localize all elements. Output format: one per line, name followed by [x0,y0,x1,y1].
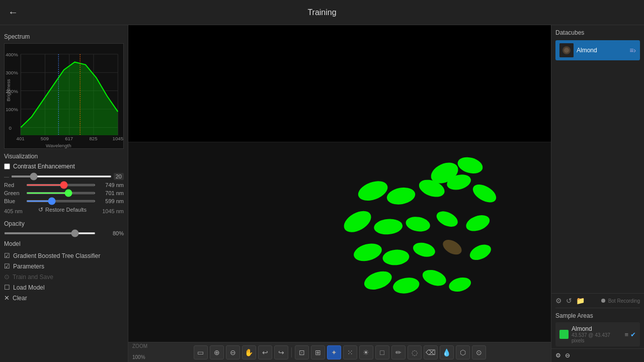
svg-text:100%: 100% [6,107,18,112]
svg-text:400%: 400% [6,52,18,57]
target-button[interactable]: ⊙ [472,345,486,359]
blue-slider-row: Blue 599 nm [4,198,124,204]
blue-slider[interactable] [26,200,96,202]
datacube-almond[interactable]: Almond ≡› [555,40,640,60]
classifier-label: Gradient Boosted Tree Classifier [13,252,100,259]
clear-label: Clear [13,295,27,302]
red-value: 749 nm [99,182,124,188]
svg-text:401: 401 [17,136,25,142]
svg-point-44 [392,276,421,295]
contrast-enhancement-checkbox[interactable] [4,163,10,169]
contrast-slider-row: — 20 [4,173,124,180]
footer-settings-icon[interactable]: ⚙ [555,352,561,359]
sample-almond[interactable]: Almond 43.537 @ 43.437 pixels ≡ ✔ [555,322,640,346]
svg-text:509: 509 [41,136,49,142]
image-area[interactable] [128,25,551,342]
bottom-toolbar: ZOOM 100% ▭ ⊕ ⊖ ✋ ↩ ↪ ⊡ ⊞ ✦ ⁙ ☀ □ ✏ ◌ ⌫ … [128,342,551,362]
svg-point-37 [464,212,492,234]
contrast-enhancement-row: Contrast Enhancement [4,163,124,170]
parameters-item[interactable]: ☑ Parameters [4,261,124,272]
page-title: Training [307,8,336,17]
sample-info: Almond 43.537 @ 43.437 pixels [572,325,621,343]
sample-menu-icon[interactable]: ≡ [624,331,628,338]
red-slider[interactable] [26,184,96,186]
load-model-label: Load Model [13,284,45,291]
green-slider[interactable] [26,192,96,194]
zoom-in-button[interactable]: ⊕ [210,345,224,359]
datacube-thumbnail [559,43,574,57]
sample-areas-title: Sample Areas [551,308,644,322]
svg-point-34 [373,218,403,235]
svg-text:0: 0 [9,125,12,131]
spectrum-chart: 400% 300% 200% 100% 0 401 509 617 825 10… [4,43,124,149]
svg-point-33 [340,207,374,236]
folder-icon[interactable]: 📁 [576,297,585,305]
main-layout: Spectrum [0,25,644,362]
settings-icon[interactable]: ⚙ [555,297,562,305]
opacity-section: Opacity 80% [4,220,124,236]
eraser-button[interactable]: ⌫ [424,345,438,359]
recording-indicator [601,299,605,303]
model-section: Model ☑ Gradient Boosted Tree Classifier… [4,240,124,303]
svg-point-39 [382,249,410,266]
visualization-title: Visualization [4,153,124,160]
center-panel: ZOOM 100% ▭ ⊕ ⊖ ✋ ↩ ↪ ⊡ ⊞ ✦ ⁙ ☀ □ ✏ ◌ ⌫ … [128,25,551,362]
refresh-icon[interactable]: ↺ [566,297,572,305]
sample-check-icon[interactable]: ✔ [630,331,636,338]
svg-point-49 [564,48,569,53]
pan-button[interactable]: ✋ [242,345,256,359]
brightness-button[interactable]: ☀ [359,345,373,359]
parameters-label: Parameters [13,263,44,270]
zoom-label: ZOOM [132,343,147,349]
right-footer: ⚙ ⊖ [551,348,644,362]
load-model-icon: ☐ [4,284,10,291]
svg-point-43 [362,268,394,293]
brush-button[interactable]: ✏ [391,345,406,359]
contrast-slider[interactable] [11,175,112,177]
nm-min: 405 nm [4,208,23,214]
dropper-button[interactable]: 💧 [440,345,454,359]
datacubes-section: Datacubes Almond ≡› [551,25,644,66]
datacubes-spacer [551,66,644,293]
sample-name: Almond [572,325,621,332]
fill-button[interactable]: ⬡ [456,345,470,359]
clear-item[interactable]: ✕ Clear [4,293,124,303]
parameters-icon: ☑ [4,262,10,270]
datacube-name: Almond [577,47,626,54]
redo-button[interactable]: ↪ [274,345,288,359]
rect-select-button[interactable]: ▭ [194,345,208,359]
lasso-button[interactable]: ◌ [408,345,422,359]
svg-point-45 [420,267,448,289]
box-button[interactable]: □ [375,345,389,359]
red-label: Red [4,182,23,188]
move-button[interactable]: ⊞ [311,345,325,359]
back-button[interactable]: ← [8,7,18,18]
restore-defaults-button[interactable]: ↺ Restore Defaults [38,206,87,213]
svg-point-42 [467,241,494,263]
datacube-arrow-icon: ≡› [629,46,636,54]
svg-point-29 [385,186,417,207]
classifier-item[interactable]: ☑ Gradient Boosted Tree Classifier [4,250,124,261]
left-panel: Spectrum [0,25,128,362]
contrast-enhancement-label: Contrast Enhancement [13,163,75,170]
opacity-slider[interactable] [4,232,96,234]
green-label: Green [4,190,23,196]
green-slider-row: Green 701 nm [4,190,124,196]
zoom-percentage: 100% [132,354,145,360]
recording-label: Bot Recording [608,298,640,304]
crop-button[interactable]: ⊡ [295,345,309,359]
opacity-title: Opacity [4,220,124,227]
green-value: 701 nm [99,190,124,196]
right-panel: Datacubes Almond ≡› ⚙ ↺ 📁 [551,25,644,362]
svg-point-27 [456,155,485,176]
magic-select-button[interactable]: ✦ [327,345,341,359]
footer-minus-icon[interactable]: ⊖ [565,352,570,359]
scatter-button[interactable]: ⁙ [343,345,357,359]
svg-text:Wavelength: Wavelength [46,143,71,148]
load-model-item[interactable]: ☐ Load Model [4,282,124,293]
train-save-item[interactable]: ⊙ Train and Save [4,272,124,282]
undo-button[interactable]: ↩ [258,345,272,359]
zoom-out-button[interactable]: ⊖ [226,345,240,359]
svg-point-38 [352,241,383,264]
restore-defaults-label: Restore Defaults [45,207,87,213]
